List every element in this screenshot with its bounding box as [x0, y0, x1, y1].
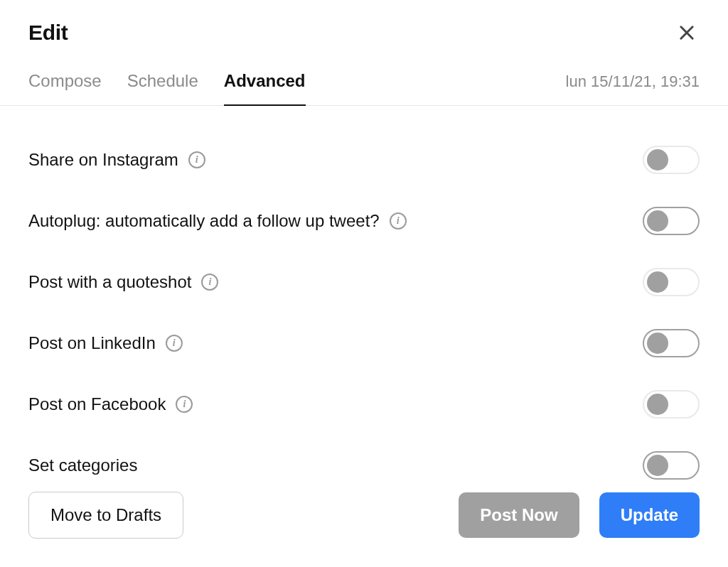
option-label: Autoplug: automatically add a follow up … — [28, 211, 380, 231]
close-icon — [677, 23, 697, 43]
post-now-button[interactable]: Post Now — [459, 492, 579, 538]
option-facebook: Post on Facebook i — [28, 390, 700, 418]
toggle-share-instagram[interactable] — [643, 146, 700, 174]
edit-modal: Edit Compose Schedule Advanced lun 15/11… — [0, 0, 728, 567]
option-label: Set categories — [28, 455, 137, 475]
close-button[interactable] — [674, 20, 700, 45]
toggle-linkedin[interactable] — [643, 329, 700, 357]
toggle-quoteshot[interactable] — [643, 268, 700, 296]
option-left: Set categories — [28, 455, 137, 475]
option-left: Post on Facebook i — [28, 394, 193, 414]
tab-schedule[interactable]: Schedule — [127, 71, 198, 105]
option-left: Post on LinkedIn i — [28, 333, 183, 353]
tab-compose[interactable]: Compose — [28, 71, 102, 105]
toggle-knob — [647, 394, 668, 415]
option-linkedin: Post on LinkedIn i — [28, 329, 700, 357]
toggle-autoplug[interactable] — [643, 207, 700, 235]
info-icon[interactable]: i — [188, 151, 205, 168]
footer-right: Post Now Update — [459, 492, 700, 538]
option-label: Post with a quoteshot — [28, 272, 191, 292]
option-label: Post on Facebook — [28, 394, 166, 414]
toggle-categories[interactable] — [643, 451, 700, 480]
modal-footer: Move to Drafts Post Now Update — [0, 492, 728, 567]
toggle-knob — [647, 210, 668, 232]
toggle-facebook[interactable] — [643, 390, 700, 418]
toggle-knob — [647, 149, 668, 171]
info-icon[interactable]: i — [176, 396, 193, 413]
toggle-knob — [647, 333, 668, 354]
tabs-row: Compose Schedule Advanced lun 15/11/21, … — [0, 71, 728, 106]
option-left: Autoplug: automatically add a follow up … — [28, 211, 407, 231]
option-autoplug: Autoplug: automatically add a follow up … — [28, 207, 700, 235]
modal-header: Edit — [0, 0, 728, 45]
option-share-instagram: Share on Instagram i — [28, 146, 700, 174]
update-button[interactable]: Update — [599, 492, 700, 538]
option-label: Share on Instagram — [28, 150, 178, 170]
schedule-timestamp: lun 15/11/21, 19:31 — [566, 72, 728, 105]
modal-title: Edit — [28, 21, 68, 45]
option-label: Post on LinkedIn — [28, 333, 156, 353]
option-left: Share on Instagram i — [28, 150, 205, 170]
option-left: Post with a quoteshot i — [28, 272, 218, 292]
option-quoteshot: Post with a quoteshot i — [28, 268, 700, 296]
tabs: Compose Schedule Advanced — [0, 71, 306, 105]
info-icon[interactable]: i — [166, 335, 183, 352]
options-panel: Share on Instagram i Autoplug: automatic… — [0, 106, 728, 492]
tab-advanced[interactable]: Advanced — [224, 71, 306, 105]
move-to-drafts-button[interactable]: Move to Drafts — [28, 492, 183, 539]
info-icon[interactable]: i — [390, 212, 407, 230]
title-row: Edit — [28, 20, 700, 45]
option-categories: Set categories — [28, 451, 700, 480]
info-icon[interactable]: i — [201, 274, 218, 291]
toggle-knob — [647, 271, 668, 293]
toggle-knob — [647, 455, 668, 476]
